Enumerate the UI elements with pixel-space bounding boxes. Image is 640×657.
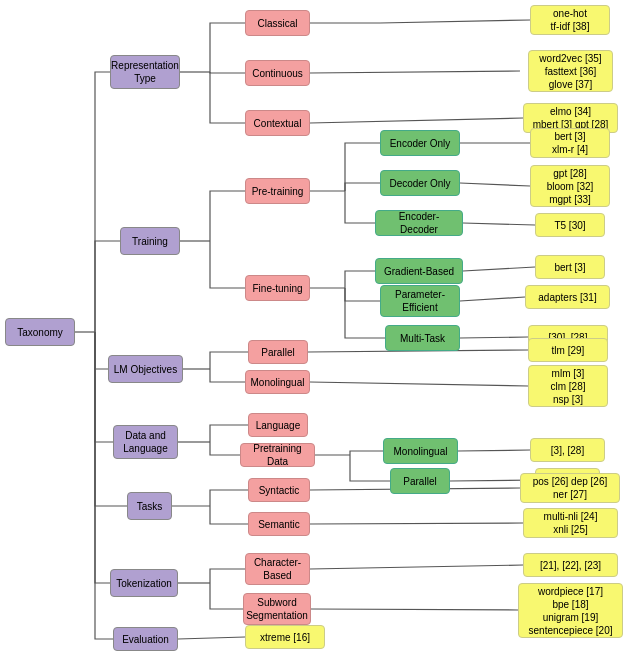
node-y-adapters: adapters [31] — [525, 285, 610, 309]
node-pre-training: Pre-training — [245, 178, 310, 204]
node-data-language: Data and Language — [113, 425, 178, 459]
node-syntactic: Syntactic — [248, 478, 310, 502]
svg-line-4 — [310, 71, 520, 73]
svg-line-20 — [458, 450, 530, 451]
node-y-t5: T5 [30] — [535, 213, 605, 237]
node-decoder-only: Decoder Only — [380, 170, 460, 196]
svg-line-9 — [460, 183, 530, 186]
node-lm-objectives: LM Objectives — [108, 355, 183, 383]
svg-line-10 — [463, 223, 535, 225]
node-continuous: Continuous — [245, 60, 310, 86]
svg-line-12 — [463, 267, 535, 271]
node-xtreme: xtreme [16] — [245, 625, 325, 649]
svg-line-28 — [178, 637, 245, 639]
node-taxonomy: Taxonomy — [5, 318, 75, 346]
svg-line-17 — [310, 382, 528, 386]
node-evaluation: Evaluation — [113, 627, 178, 651]
node-parallel: Parallel — [248, 340, 308, 364]
node-language: Language — [248, 413, 308, 437]
node-tokenization: Tokenization — [110, 569, 178, 597]
node-fine-tuning: Fine-tuning — [245, 275, 310, 301]
svg-line-24 — [310, 523, 523, 524]
node-y-pos-dep: pos [26] dep [26] ner [27] — [520, 473, 620, 503]
node-training: Training — [120, 227, 180, 255]
node-y-21-22-23: [21], [22], [23] — [523, 553, 618, 577]
node-subword-seg: Subword Segmentation — [243, 593, 311, 625]
node-parameter-eff: Parameter- Efficient — [380, 285, 460, 317]
svg-line-27 — [311, 609, 518, 610]
node-multi-task: Multi-Task — [385, 325, 460, 351]
node-classical: Classical — [245, 10, 310, 36]
node-char-based: Character- Based — [245, 553, 310, 585]
svg-line-5 — [310, 118, 523, 123]
node-pretraining-data: Pretraining Data — [240, 443, 315, 467]
node-contextual: Contextual — [245, 110, 310, 136]
node-y-bert-enc: bert [3] xlm-r [4] — [530, 128, 610, 158]
node-mono-data: Monolingual — [383, 438, 458, 464]
node-y-gpt: gpt [28] bloom [32] mgpt [33] — [530, 165, 610, 207]
svg-line-26 — [310, 565, 523, 569]
svg-line-14 — [460, 337, 528, 338]
node-y-word2vec: word2vec [35] fasttext [36] glove [37] — [528, 50, 613, 92]
node-tasks: Tasks — [127, 492, 172, 520]
node-y-mono-ref: [3], [28] — [530, 438, 605, 462]
node-parallel-data: Parallel — [390, 468, 450, 494]
node-y-mlm: mlm [3] clm [28] nsp [3] — [528, 365, 608, 407]
node-y-tlm: tlm [29] — [528, 338, 608, 362]
node-y-wordpiece: wordpiece [17] bpe [18] unigram [19] sen… — [518, 583, 623, 638]
node-monolingual-obj: Monolingual — [245, 370, 310, 394]
svg-line-13 — [460, 297, 525, 301]
node-y-onehot: one-hot tf-idf [38] — [530, 5, 610, 35]
taxonomy-diagram: TaxonomyRepresentation TypeTrainingLM Ob… — [0, 0, 640, 657]
node-y-bert-ft: bert [3] — [535, 255, 605, 279]
svg-line-3 — [380, 20, 530, 23]
node-encoder-decoder: Encoder-Decoder — [375, 210, 463, 236]
node-representation: Representation Type — [110, 55, 180, 89]
node-semantic: Semantic — [248, 512, 310, 536]
node-encoder-only: Encoder Only — [380, 130, 460, 156]
node-y-multi-nli: multi-nli [24] xnli [25] — [523, 508, 618, 538]
node-gradient-based: Gradient-Based — [375, 258, 463, 284]
